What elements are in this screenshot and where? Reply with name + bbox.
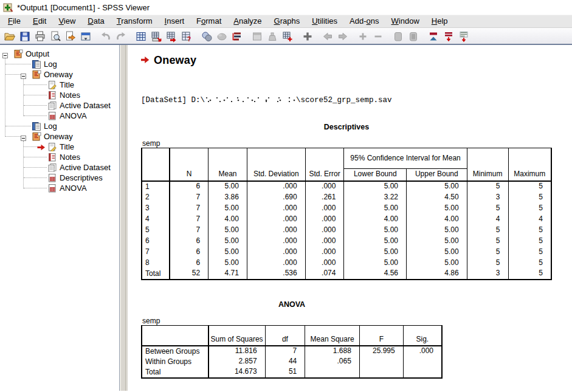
menu-insert[interactable]: Insert <box>159 15 191 27</box>
outline-item-label: Descriptives <box>60 173 103 182</box>
redo-button <box>113 29 128 43</box>
menu-analyze[interactable]: Analyze <box>227 15 267 27</box>
insert-heading-button[interactable] <box>441 29 456 43</box>
outline-item-active-dataset[interactable]: Active Dataset <box>0 162 119 173</box>
table-cell: 5 <box>467 258 508 269</box>
goto-data-icon <box>150 30 162 43</box>
table-cell: 6 <box>170 236 208 247</box>
insert-object-button[interactable] <box>300 29 315 43</box>
hide-output-icon <box>407 30 419 43</box>
column-header: Mean <box>208 148 247 181</box>
table-cell: 6 <box>170 258 208 269</box>
menu-view[interactable]: View <box>52 15 81 27</box>
table-cell: .000 <box>305 214 344 225</box>
menu-utilities[interactable]: Utilities <box>306 15 343 27</box>
pane-splitter[interactable] <box>120 45 128 391</box>
variables-button[interactable]: ? <box>179 29 194 43</box>
collapse-expander-icon[interactable] <box>2 51 8 57</box>
outline-item-label: Active Dataset <box>60 163 111 172</box>
table-cell: .261 <box>305 192 344 203</box>
table-cell: 5 <box>467 247 508 258</box>
dataset-path-suffix: \score52_grp_semp.sav <box>296 96 392 105</box>
table-cell: .000 <box>247 203 305 214</box>
collapse-all-button[interactable] <box>426 29 441 43</box>
output-heading: Oneway <box>154 54 196 67</box>
goto-table-button[interactable] <box>133 29 148 43</box>
promote-outline-icon <box>322 30 334 43</box>
outline-item-output[interactable]: Output <box>0 49 119 59</box>
outline-item-log[interactable]: Log <box>0 59 119 69</box>
ci-group-header: 95% Confidence Interval for Mean <box>344 148 467 169</box>
outline-item-oneway[interactable]: Oneway <box>0 69 119 80</box>
collapse-expander-icon[interactable] <box>21 72 26 77</box>
menu-help[interactable]: Help <box>426 15 454 27</box>
book-icon <box>32 70 41 79</box>
outline-item-notes[interactable]: Notes <box>0 90 119 100</box>
column-header: Maximum <box>508 148 551 181</box>
menu-data[interactable]: Data <box>81 15 110 27</box>
menu-window[interactable]: Window <box>385 15 426 27</box>
save-file-button[interactable] <box>17 29 32 43</box>
use-sets-icon <box>231 30 243 43</box>
table-cell: .000 <box>305 203 344 214</box>
outline-pane: OutputLogOnewayTitleNotesActive DatasetA… <box>0 45 120 391</box>
table-cell: 4.56 <box>344 269 407 280</box>
table-cell: 4.00 <box>407 214 467 225</box>
redacted-path-scribble <box>205 95 296 103</box>
use-sets-button[interactable] <box>229 29 244 43</box>
dataset-path-prefix: [DataSet1] D:\ <box>141 96 205 105</box>
anova-table[interactable]: Sum of SquaresdfMean SquareFSig.Between … <box>141 325 443 379</box>
collapse-outline-icon <box>372 30 384 43</box>
outline-item-descriptives[interactable]: Descriptives <box>0 173 119 183</box>
collapse-expander-icon[interactable] <box>21 134 26 139</box>
menu-transform[interactable]: Transform <box>111 15 159 27</box>
column-header: Std. Deviation <box>247 148 305 181</box>
table-cell <box>305 367 360 378</box>
anova-caption: semp <box>141 317 443 325</box>
table-cell: 11.816 <box>208 346 266 357</box>
table-row: 474.00.000.0004.004.0044 <box>142 214 551 225</box>
menu-edit[interactable]: Edit <box>27 15 52 27</box>
insert-text-button[interactable] <box>456 29 471 43</box>
outline-item-oneway[interactable]: Oneway <box>0 131 119 142</box>
print-preview-button[interactable] <box>47 29 63 43</box>
menu-file[interactable]: File <box>2 15 27 27</box>
outline-item-anova[interactable]: ANOVA <box>0 111 119 121</box>
descriptives-table[interactable]: NMeanStd. DeviationStd. Error95% Confide… <box>141 148 552 280</box>
table-cell: 4.00 <box>208 214 247 225</box>
outline-item-title[interactable]: Title <box>0 80 119 90</box>
menu-graphs[interactable]: Graphs <box>268 15 306 27</box>
goto-case-icon <box>165 30 177 43</box>
table-cell: .000 <box>305 258 344 269</box>
demote-outline-button <box>335 29 350 43</box>
recall-dialogs-button[interactable] <box>78 29 93 43</box>
insert-heading-icon <box>443 30 455 43</box>
anova-corner-cell <box>142 325 208 346</box>
log-icon <box>32 122 41 131</box>
goto-data-button[interactable] <box>148 29 164 43</box>
insert-table-button[interactable] <box>280 29 295 43</box>
select-last-output-button <box>214 29 229 43</box>
find-button[interactable] <box>199 29 214 43</box>
run-script-button <box>264 29 280 43</box>
dataset-icon <box>47 163 57 172</box>
table-cell: 52 <box>170 269 208 280</box>
outline-item-label: Log <box>44 60 57 69</box>
print-button[interactable] <box>32 29 47 43</box>
export-output-button[interactable] <box>63 29 78 43</box>
open-file-button[interactable] <box>2 29 17 43</box>
row-label: 4 <box>142 214 170 225</box>
menu-add-ons[interactable]: Add-ons <box>343 15 385 27</box>
goto-table-icon <box>135 30 147 43</box>
book-icon <box>32 132 41 141</box>
outline-item-notes[interactable]: Notes <box>0 152 119 162</box>
current-item-arrow-icon <box>37 143 46 150</box>
menu-format[interactable]: Format <box>190 15 227 27</box>
outline-item-anova[interactable]: ANOVA <box>0 183 119 193</box>
outline-item-log[interactable]: Log <box>0 121 119 131</box>
goto-case-button[interactable] <box>164 29 179 43</box>
demote-outline-icon <box>337 30 349 43</box>
row-label: 2 <box>142 192 170 203</box>
outline-item-title[interactable]: Title <box>0 142 119 152</box>
outline-item-active-dataset[interactable]: Active Dataset <box>0 100 119 111</box>
